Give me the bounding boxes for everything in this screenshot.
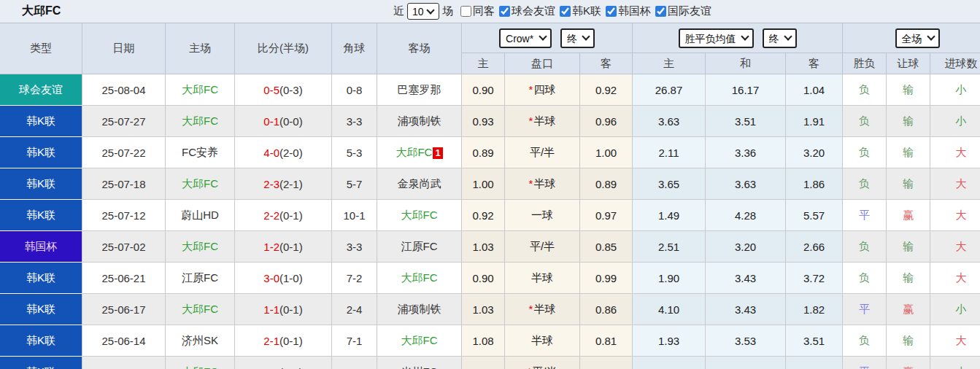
away-team-cell[interactable]: 大邱FC — [377, 200, 462, 231]
corners-value: 1-8 — [332, 357, 377, 369]
away-team-cell[interactable]: 光州FC — [377, 357, 462, 369]
away-team-link[interactable]: 金泉尚武 — [398, 177, 441, 190]
handicap-result-value: 输 — [887, 231, 930, 263]
away-team-link[interactable]: 浦项制铁 — [398, 303, 441, 315]
home-team-link[interactable]: 大邱FC — [166, 294, 235, 325]
away-team-cell[interactable]: 大邱FC — [377, 263, 462, 294]
col-header-away: 客场 — [377, 23, 462, 74]
handicap-cell: *半球 — [505, 106, 580, 137]
odds-away-value: 0.86 — [580, 294, 633, 325]
avg-home-value: 4.10 — [633, 294, 706, 325]
filter-list: 同客 球会友谊 韩K联 韩国杯 国际友谊 — [456, 4, 711, 18]
page-title: 大邱FC — [22, 4, 61, 19]
away-team-link[interactable]: 大邱FC — [401, 271, 438, 284]
games-label: 场 — [442, 4, 453, 18]
avg-home-value: 2.51 — [633, 231, 706, 263]
filter-checkbox[interactable] — [606, 6, 617, 17]
scope-select[interactable]: 全场 — [895, 28, 940, 48]
odds-source-select[interactable]: Crow* — [499, 28, 552, 48]
home-team-link[interactable]: 大邱FC — [166, 168, 235, 200]
home-team-link[interactable]: 大邱FC — [166, 231, 235, 263]
table-row[interactable]: 韩K联 25-06-17 大邱FC 1-1(0-1) 2-4 浦项制铁 1.03… — [0, 294, 980, 325]
odds-away-value: 0.96 — [580, 106, 633, 137]
home-team-link[interactable]: 江原FC — [166, 263, 235, 294]
filter-checkbox[interactable] — [499, 6, 510, 17]
table-row[interactable]: 韩K联 25-06-01 大邱FC 1-1(0-1) 1-8 光州FC 1.08… — [0, 357, 980, 369]
odds-time-select[interactable]: 终 — [560, 28, 595, 48]
score-cell: 0-1(0-0) — [235, 106, 332, 137]
matches-table: 类型 日期 主场 比分(半场) 角球 客场 Crow* 终 胜平负均值 终 全场 — [0, 23, 980, 369]
odds-group-header: Crow* 终 — [462, 23, 633, 53]
avg-away-value: 1.04 — [786, 74, 843, 106]
halftime-score: (0-1) — [279, 366, 303, 369]
home-team-link[interactable]: 蔚山HD — [166, 200, 235, 231]
handicap-cell: *四球 — [505, 74, 580, 106]
away-team-cell[interactable]: 金泉尚武 — [377, 168, 462, 200]
avg-away-value: 3.72 — [786, 263, 843, 294]
result-group-header: 全场 — [843, 23, 980, 53]
avg-draw-value: 3.43 — [706, 294, 786, 325]
away-team-cell[interactable]: 大邱FC — [377, 325, 462, 357]
match-type-badge: 韩K联 — [0, 168, 82, 200]
away-team-link[interactable]: 浦项制铁 — [398, 114, 441, 127]
corners-value: 5-7 — [332, 168, 377, 200]
fulltime-score: 1-1 — [263, 303, 279, 316]
filter-checkbox[interactable] — [460, 6, 471, 17]
handicap-result-value: 赢 — [887, 294, 930, 325]
filter-checkbox[interactable] — [655, 6, 666, 17]
score-cell: 3-0(1-0) — [235, 263, 332, 294]
away-team-link[interactable]: 巴塞罗那 — [398, 83, 441, 96]
odds-away-value: 1.00 — [580, 137, 633, 168]
avg-time-select[interactable]: 终 — [763, 28, 797, 48]
away-team-link[interactable]: 大邱FC — [396, 146, 432, 158]
avg-type-select[interactable]: 胜平负均值 — [679, 28, 754, 48]
home-team-link[interactable]: FC安养 — [166, 137, 235, 168]
handicap-result-value: 输 — [887, 106, 930, 137]
handicap-value: 半球 — [533, 177, 555, 190]
away-team-cell[interactable]: 大邱FC1 — [377, 137, 462, 168]
match-date: 25-07-22 — [82, 137, 166, 168]
table-row[interactable]: 韩K联 25-07-22 FC安养 4-0(2-0) 5-3 大邱FC1 0.8… — [0, 137, 980, 168]
score-cell: 2-2(0-1) — [235, 200, 332, 231]
avg-time-select-wrap: 终 — [763, 28, 797, 48]
home-team-link[interactable]: 大邱FC — [166, 357, 235, 369]
table-row[interactable]: 韩K联 25-07-27 大邱FC 0-1(0-0) 3-3 浦项制铁 0.93… — [0, 106, 980, 137]
table-row[interactable]: 韩国杯 25-07-02 大邱FC 1-2(0-1) 3-3 江原FC 1.03… — [0, 231, 980, 263]
table-row[interactable]: 韩K联 25-07-18 大邱FC 2-3(2-1) 5-7 金泉尚武 1.00… — [0, 168, 980, 200]
away-team-cell[interactable]: 巴塞罗那 — [377, 74, 462, 106]
odds-source-select-wrap: Crow* — [499, 28, 552, 48]
fulltime-score: 2-2 — [263, 209, 279, 222]
handicap-value: 半球 — [531, 334, 553, 346]
table-row[interactable]: 球会友谊 25-08-04 大邱FC 0-5(0-3) 0-8 巴塞罗那 0.9… — [0, 74, 980, 106]
away-team-cell[interactable]: 江原FC — [377, 231, 462, 263]
corners-value: 5-3 — [332, 137, 377, 168]
away-team-link[interactable]: 江原FC — [401, 240, 438, 252]
handicap-star: * — [529, 83, 533, 96]
odds-home-value: 0.90 — [462, 263, 505, 294]
filter-label: 韩K联 — [572, 4, 601, 18]
odds-home-value: 1.03 — [462, 294, 505, 325]
filter-label: 同客 — [473, 4, 495, 18]
away-team-link[interactable]: 大邱FC — [401, 209, 438, 221]
away-team-link[interactable]: 光州FC — [401, 365, 438, 369]
handicap-value: 半球 — [531, 271, 553, 284]
result-value: 负 — [843, 231, 887, 263]
home-team-link[interactable]: 济州SK — [166, 325, 235, 357]
table-row[interactable]: 韩K联 25-06-14 济州SK 2-1(0-1) 7-1 大邱FC 1.08… — [0, 325, 980, 357]
match-date: 25-06-21 — [82, 263, 166, 294]
corners-value: 7-2 — [332, 263, 377, 294]
handicap-value: 半球 — [533, 114, 555, 127]
away-team-cell[interactable]: 浦项制铁 — [377, 294, 462, 325]
handicap-result-value: 输 — [887, 137, 930, 168]
fulltime-score: 1-1 — [263, 366, 279, 369]
halftime-score: (0-1) — [279, 209, 303, 222]
table-row[interactable]: 韩K联 25-06-21 江原FC 3-0(1-0) 7-2 大邱FC 0.90… — [0, 263, 980, 294]
goals-result-value: 大 — [930, 263, 980, 294]
away-team-link[interactable]: 大邱FC — [401, 334, 438, 346]
table-row[interactable]: 韩K联 25-07-12 蔚山HD 2-2(0-1) 10-1 大邱FC 0.9… — [0, 200, 980, 231]
away-team-cell[interactable]: 浦项制铁 — [377, 106, 462, 137]
recent-count-select[interactable]: 10 — [407, 3, 439, 20]
home-team-link[interactable]: 大邱FC — [166, 106, 235, 137]
home-team-link[interactable]: 大邱FC — [166, 74, 235, 106]
filter-checkbox[interactable] — [560, 6, 571, 17]
